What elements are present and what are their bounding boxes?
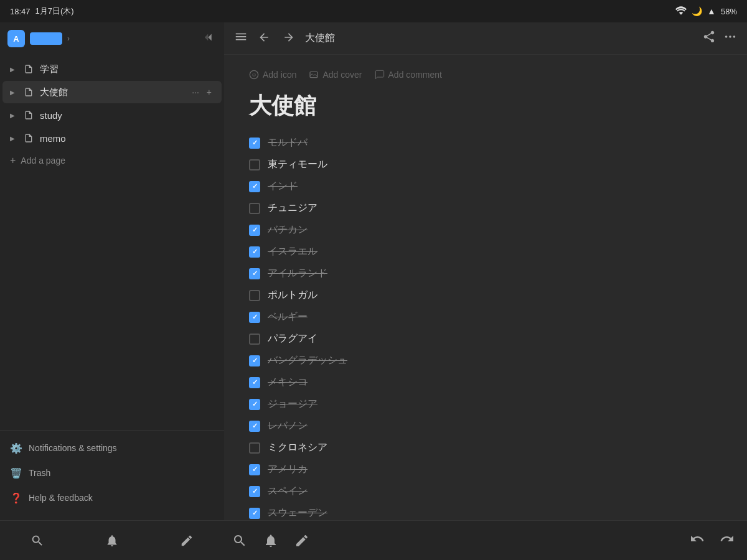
list-item: アメリカ	[249, 460, 722, 478]
status-date: 1月7日(木)	[35, 6, 74, 17]
add-btn-taishikan[interactable]: +	[204, 86, 214, 98]
item-actions-taishikan: ··· +	[189, 86, 214, 98]
more-btn-study[interactable]: ···	[189, 109, 202, 121]
sidebar-item-taishikan[interactable]: ▶ 大使館 ··· +	[2, 81, 222, 103]
bell-button[interactable]	[255, 527, 286, 554]
sidebar-bell-button[interactable]	[98, 527, 126, 554]
svg-point-0	[725, 35, 728, 38]
status-left: 18:47 1月7日(木)	[10, 6, 74, 17]
checkbox[interactable]	[249, 312, 260, 323]
checkbox[interactable]	[249, 246, 260, 258]
forward-button[interactable]	[280, 29, 298, 49]
check-label: 東ティモール	[268, 158, 327, 171]
add-comment-button[interactable]: Add comment	[375, 70, 442, 80]
redo-button[interactable]	[720, 531, 735, 550]
list-item: 東ティモール	[249, 156, 722, 174]
add-cover-button[interactable]: Add cover	[309, 70, 362, 80]
page-title-area: 大使館	[249, 92, 722, 119]
checkbox[interactable]	[249, 334, 260, 345]
expand-arrow-study: ▶	[10, 112, 20, 119]
help-feedback-label: Help & feedback	[29, 493, 93, 503]
svg-point-1	[729, 35, 731, 38]
checkbox[interactable]	[249, 377, 260, 388]
list-item: バングラデッシュ	[249, 352, 722, 370]
list-item: スペイン	[249, 482, 722, 500]
checkbox[interactable]	[249, 225, 260, 236]
compose-button[interactable]	[286, 527, 317, 554]
checkbox[interactable]	[249, 508, 260, 519]
more-btn-gakushu[interactable]: ···	[189, 63, 202, 75]
sidebar-bottom-bar	[0, 520, 224, 560]
sidebar-collapse-button[interactable]	[203, 30, 217, 47]
sidebar-item-label-gakushu: 学習	[40, 63, 189, 75]
share-button[interactable]	[702, 30, 716, 47]
notifications-settings-label: Notifications & settings	[29, 443, 117, 453]
back-button[interactable]	[255, 29, 273, 49]
add-icon-button[interactable]: ☺ Add icon	[249, 70, 296, 80]
check-label: モルドバ	[268, 136, 308, 149]
more-btn-taishikan[interactable]: ···	[189, 86, 202, 98]
trash-icon: 🗑️	[10, 467, 22, 479]
expand-arrow-gakushu: ▶	[10, 66, 20, 73]
list-item: バチカン	[249, 221, 722, 239]
search-button[interactable]	[224, 527, 255, 554]
check-label: ポルトガル	[268, 289, 317, 302]
status-time: 18:47	[10, 7, 31, 16]
check-label: イスラエル	[268, 245, 317, 258]
page-icon-taishikan	[22, 86, 35, 98]
checkbox[interactable]	[249, 290, 260, 301]
check-label: ミクロネシア	[268, 441, 327, 454]
status-bar: 18:47 1月7日(木) 🌙 ▲ 58%	[0, 0, 747, 22]
sidebar-search-button[interactable]	[24, 527, 51, 554]
sidebar-compose-button[interactable]	[173, 527, 200, 554]
sidebar-header: A ›	[0, 22, 224, 55]
list-item: インド	[249, 177, 722, 195]
add-btn-study[interactable]: +	[204, 109, 214, 121]
workspace-selector[interactable]: A ›	[7, 30, 70, 47]
checkbox[interactable]	[249, 464, 260, 475]
header-actions	[702, 30, 737, 47]
check-label: インド	[268, 180, 298, 193]
add-page-button[interactable]: + Add a page	[0, 150, 224, 171]
check-label: チュニジア	[268, 202, 317, 215]
sidebar-item-label-study: study	[40, 110, 189, 121]
checkbox[interactable]	[249, 442, 260, 454]
more-options-button[interactable]	[723, 30, 737, 47]
sidebar-item-memo[interactable]: ▶ memo ··· +	[2, 127, 222, 149]
checkbox[interactable]	[249, 399, 260, 410]
wifi-icon	[675, 6, 687, 17]
add-btn-memo[interactable]: +	[204, 132, 214, 144]
workspace-chevron-icon: ›	[67, 34, 70, 43]
checkbox[interactable]	[249, 268, 260, 279]
sidebar-item-gakushu[interactable]: ▶ 学習 ··· +	[2, 58, 222, 80]
add-icon-label: Add icon	[263, 70, 296, 80]
more-btn-memo[interactable]: ···	[189, 132, 202, 144]
content-toolbar: ☺ Add icon Add cover Add comment	[249, 70, 722, 80]
checkbox[interactable]	[249, 138, 260, 149]
help-feedback-item[interactable]: ❓ Help & feedback	[0, 485, 224, 510]
trash-item[interactable]: 🗑️ Trash	[0, 460, 224, 485]
check-label: ジョージア	[268, 398, 317, 411]
checkbox[interactable]	[249, 421, 260, 432]
checkbox[interactable]	[249, 159, 260, 170]
check-label: バチカン	[268, 223, 308, 236]
check-label: スペイン	[268, 485, 308, 498]
undo-button[interactable]	[690, 531, 705, 550]
check-label: パラグアイ	[268, 332, 317, 345]
menu-button[interactable]	[234, 30, 248, 47]
check-label: バングラデッシュ	[268, 354, 347, 367]
content-body: ☺ Add icon Add cover Add comment 大使館 モルド…	[224, 55, 747, 520]
checkbox[interactable]	[249, 181, 260, 192]
notifications-settings-item[interactable]: ⚙️ Notifications & settings	[0, 436, 224, 460]
checkbox[interactable]	[249, 486, 260, 497]
sidebar-item-study[interactable]: ▶ study ··· +	[2, 104, 222, 126]
checkbox[interactable]	[249, 203, 260, 214]
moon-icon: 🌙	[692, 6, 702, 16]
main-layout: A › ▶ 学習 ··· +	[0, 22, 747, 560]
page-icon-gakushu	[22, 63, 35, 75]
add-btn-gakushu[interactable]: +	[204, 63, 214, 75]
checkbox[interactable]	[249, 355, 260, 366]
list-item: ベルギー	[249, 308, 722, 326]
content-area: 大使館 ☺ Add icon Add cover	[224, 22, 747, 560]
check-label: ベルギー	[268, 310, 308, 324]
